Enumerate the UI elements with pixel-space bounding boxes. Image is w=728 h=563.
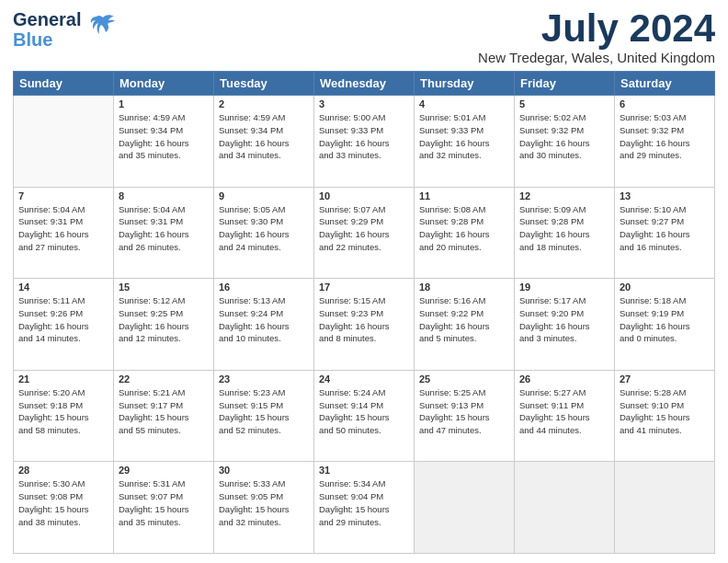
day-info: Sunrise: 5:12 AM Sunset: 9:25 PM Dayligh… xyxy=(119,294,209,345)
day-number: 13 xyxy=(620,190,710,201)
day-number: 24 xyxy=(319,373,409,385)
calendar-week-row: 21Sunrise: 5:20 AM Sunset: 9:18 PM Dayli… xyxy=(14,370,715,462)
month-title: July 2024 xyxy=(478,9,715,48)
day-info: Sunrise: 5:02 AM Sunset: 9:32 PM Dayligh… xyxy=(519,111,609,162)
day-number: 29 xyxy=(119,465,209,476)
table-row xyxy=(14,96,114,188)
day-number: 10 xyxy=(319,190,409,201)
col-wednesday: Wednesday xyxy=(314,72,415,96)
day-info: Sunrise: 5:24 AM Sunset: 9:14 PM Dayligh… xyxy=(319,386,409,437)
day-number: 27 xyxy=(620,373,710,385)
table-row: 21Sunrise: 5:20 AM Sunset: 9:18 PM Dayli… xyxy=(14,370,114,462)
day-number: 21 xyxy=(18,373,108,385)
logo: General Blue xyxy=(13,9,119,50)
col-tuesday: Tuesday xyxy=(214,72,314,96)
day-info: Sunrise: 5:21 AM Sunset: 9:17 PM Dayligh… xyxy=(119,386,209,437)
day-number: 14 xyxy=(18,282,108,293)
table-row: 19Sunrise: 5:17 AM Sunset: 9:20 PM Dayli… xyxy=(515,279,615,371)
table-row: 1Sunrise: 4:59 AM Sunset: 9:34 PM Daylig… xyxy=(114,96,214,188)
table-row xyxy=(615,462,715,554)
table-row: 27Sunrise: 5:28 AM Sunset: 9:10 PM Dayli… xyxy=(615,370,715,462)
day-number: 18 xyxy=(419,282,509,293)
table-row: 14Sunrise: 5:11 AM Sunset: 9:26 PM Dayli… xyxy=(14,279,114,371)
day-info: Sunrise: 5:31 AM Sunset: 9:07 PM Dayligh… xyxy=(119,477,209,528)
logo-blue: Blue xyxy=(13,29,81,50)
col-monday: Monday xyxy=(114,72,214,96)
day-number: 31 xyxy=(319,465,409,476)
day-info: Sunrise: 5:34 AM Sunset: 9:04 PM Dayligh… xyxy=(319,477,409,528)
table-row: 25Sunrise: 5:25 AM Sunset: 9:13 PM Dayli… xyxy=(415,370,515,462)
day-info: Sunrise: 5:15 AM Sunset: 9:23 PM Dayligh… xyxy=(319,294,409,345)
day-info: Sunrise: 4:59 AM Sunset: 9:34 PM Dayligh… xyxy=(219,111,309,162)
table-row: 26Sunrise: 5:27 AM Sunset: 9:11 PM Dayli… xyxy=(515,370,615,462)
day-number: 19 xyxy=(519,282,609,293)
day-info: Sunrise: 5:27 AM Sunset: 9:11 PM Dayligh… xyxy=(519,386,609,437)
logo-bird-icon xyxy=(85,10,119,45)
table-row xyxy=(415,462,515,554)
table-row: 29Sunrise: 5:31 AM Sunset: 9:07 PM Dayli… xyxy=(114,462,214,554)
col-friday: Friday xyxy=(515,72,615,96)
day-number: 22 xyxy=(119,373,209,385)
day-number: 9 xyxy=(219,190,309,201)
day-number: 7 xyxy=(18,190,108,201)
table-row xyxy=(515,462,615,554)
table-row: 16Sunrise: 5:13 AM Sunset: 9:24 PM Dayli… xyxy=(214,279,314,371)
table-row: 2Sunrise: 4:59 AM Sunset: 9:34 PM Daylig… xyxy=(214,96,314,188)
day-number: 15 xyxy=(119,282,209,293)
table-row: 11Sunrise: 5:08 AM Sunset: 9:28 PM Dayli… xyxy=(415,187,515,279)
table-row: 4Sunrise: 5:01 AM Sunset: 9:33 PM Daylig… xyxy=(415,96,515,188)
table-row: 10Sunrise: 5:07 AM Sunset: 9:29 PM Dayli… xyxy=(314,187,415,279)
day-info: Sunrise: 5:00 AM Sunset: 9:33 PM Dayligh… xyxy=(319,111,409,162)
day-number: 2 xyxy=(219,98,309,109)
table-row: 24Sunrise: 5:24 AM Sunset: 9:14 PM Dayli… xyxy=(314,370,415,462)
day-number: 26 xyxy=(519,373,609,385)
table-row: 28Sunrise: 5:30 AM Sunset: 9:08 PM Dayli… xyxy=(14,462,114,554)
calendar-week-row: 1Sunrise: 4:59 AM Sunset: 9:34 PM Daylig… xyxy=(14,96,715,188)
day-info: Sunrise: 5:09 AM Sunset: 9:28 PM Dayligh… xyxy=(519,203,609,254)
day-info: Sunrise: 5:04 AM Sunset: 9:31 PM Dayligh… xyxy=(119,203,209,254)
table-row: 9Sunrise: 5:05 AM Sunset: 9:30 PM Daylig… xyxy=(214,187,314,279)
day-info: Sunrise: 5:18 AM Sunset: 9:19 PM Dayligh… xyxy=(620,294,710,345)
calendar-week-row: 7Sunrise: 5:04 AM Sunset: 9:31 PM Daylig… xyxy=(14,187,715,279)
table-row: 3Sunrise: 5:00 AM Sunset: 9:33 PM Daylig… xyxy=(314,96,415,188)
day-info: Sunrise: 5:08 AM Sunset: 9:28 PM Dayligh… xyxy=(419,203,509,254)
day-number: 20 xyxy=(620,282,710,293)
table-row: 6Sunrise: 5:03 AM Sunset: 9:32 PM Daylig… xyxy=(615,96,715,188)
day-number: 3 xyxy=(319,98,409,109)
day-info: Sunrise: 5:23 AM Sunset: 9:15 PM Dayligh… xyxy=(219,386,309,437)
table-row: 8Sunrise: 5:04 AM Sunset: 9:31 PM Daylig… xyxy=(114,187,214,279)
table-row: 7Sunrise: 5:04 AM Sunset: 9:31 PM Daylig… xyxy=(14,187,114,279)
table-row: 31Sunrise: 5:34 AM Sunset: 9:04 PM Dayli… xyxy=(314,462,415,554)
day-number: 1 xyxy=(119,98,209,109)
day-info: Sunrise: 5:16 AM Sunset: 9:22 PM Dayligh… xyxy=(419,294,509,345)
col-sunday: Sunday xyxy=(14,72,114,96)
day-number: 17 xyxy=(319,282,409,293)
day-info: Sunrise: 5:25 AM Sunset: 9:13 PM Dayligh… xyxy=(419,386,509,437)
day-number: 23 xyxy=(219,373,309,385)
logo-general: General xyxy=(13,9,81,29)
day-info: Sunrise: 5:28 AM Sunset: 9:10 PM Dayligh… xyxy=(620,386,710,437)
day-info: Sunrise: 5:17 AM Sunset: 9:20 PM Dayligh… xyxy=(519,294,609,345)
col-saturday: Saturday xyxy=(615,72,715,96)
day-info: Sunrise: 4:59 AM Sunset: 9:34 PM Dayligh… xyxy=(119,111,209,162)
calendar-week-row: 28Sunrise: 5:30 AM Sunset: 9:08 PM Dayli… xyxy=(14,462,715,554)
table-row: 17Sunrise: 5:15 AM Sunset: 9:23 PM Dayli… xyxy=(314,279,415,371)
day-number: 11 xyxy=(419,190,509,201)
day-info: Sunrise: 5:13 AM Sunset: 9:24 PM Dayligh… xyxy=(219,294,309,345)
header: General Blue July 2024 New Tredegar, Wal… xyxy=(13,9,715,65)
day-number: 8 xyxy=(119,190,209,201)
day-number: 28 xyxy=(18,465,108,476)
calendar-week-row: 14Sunrise: 5:11 AM Sunset: 9:26 PM Dayli… xyxy=(14,279,715,371)
day-info: Sunrise: 5:01 AM Sunset: 9:33 PM Dayligh… xyxy=(419,111,509,162)
day-info: Sunrise: 5:10 AM Sunset: 9:27 PM Dayligh… xyxy=(620,203,710,254)
day-info: Sunrise: 5:05 AM Sunset: 9:30 PM Dayligh… xyxy=(219,203,309,254)
col-thursday: Thursday xyxy=(415,72,515,96)
table-row: 20Sunrise: 5:18 AM Sunset: 9:19 PM Dayli… xyxy=(615,279,715,371)
table-row: 15Sunrise: 5:12 AM Sunset: 9:25 PM Dayli… xyxy=(114,279,214,371)
day-number: 16 xyxy=(219,282,309,293)
day-number: 4 xyxy=(419,98,509,109)
table-row: 18Sunrise: 5:16 AM Sunset: 9:22 PM Dayli… xyxy=(415,279,515,371)
day-info: Sunrise: 5:20 AM Sunset: 9:18 PM Dayligh… xyxy=(18,386,108,437)
page: General Blue July 2024 New Tredegar, Wal… xyxy=(0,0,728,563)
day-info: Sunrise: 5:03 AM Sunset: 9:32 PM Dayligh… xyxy=(620,111,710,162)
